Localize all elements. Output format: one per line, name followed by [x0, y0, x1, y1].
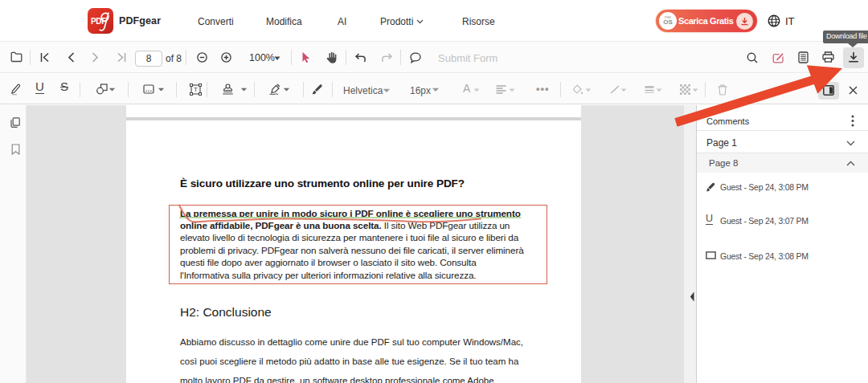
- svg-text:T: T: [194, 86, 198, 93]
